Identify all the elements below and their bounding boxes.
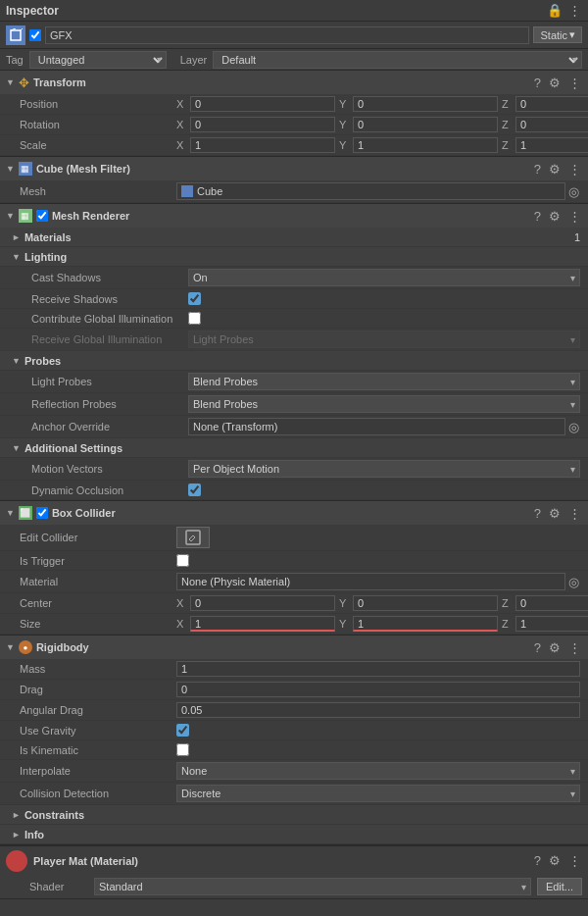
object-enabled-checkbox[interactable]: [29, 29, 41, 41]
box-collider-settings-icon[interactable]: ⚙: [548, 506, 562, 521]
position-z[interactable]: [515, 96, 588, 112]
drag-input[interactable]: [176, 682, 580, 697]
shader-edit-button[interactable]: Edit...: [537, 878, 582, 895]
mesh-renderer-help-icon[interactable]: ?: [533, 209, 542, 224]
position-x[interactable]: [190, 96, 335, 112]
collider-size-x[interactable]: [190, 616, 335, 632]
mesh-renderer-header[interactable]: ▼ ▦ Mesh Renderer ? ⚙ ⋮: [0, 204, 588, 228]
menu-icon[interactable]: ⋮: [567, 3, 582, 18]
rigidbody-title: Rigidbody: [36, 641, 529, 653]
collider-center-z[interactable]: [515, 595, 588, 611]
box-collider-more-icon[interactable]: ⋮: [567, 506, 582, 521]
reflection-probes-select[interactable]: Blend ProbesOffSimple: [188, 395, 580, 413]
mesh-renderer-title: Mesh Renderer: [52, 210, 529, 222]
shader-label: Shader: [29, 881, 88, 892]
box-collider-header[interactable]: ▼ ⬜ Box Collider ? ⚙ ⋮: [0, 501, 588, 525]
shader-select[interactable]: Standard: [94, 878, 531, 895]
collider-material-field: None (Physic Material): [176, 573, 565, 590]
transform-help-icon[interactable]: ?: [533, 76, 542, 90]
is-kinematic-label: Is Kinematic: [20, 744, 176, 756]
object-icon: [6, 25, 25, 45]
mesh-renderer-more-icon[interactable]: ⋮: [567, 209, 582, 224]
mesh-renderer-enabled[interactable]: [36, 210, 48, 222]
mesh-filter-help-icon[interactable]: ?: [533, 162, 542, 177]
mesh-filter-settings-icon[interactable]: ⚙: [548, 162, 562, 177]
shader-row: Shader Standard Edit...: [0, 875, 588, 899]
material-help-icon[interactable]: ?: [533, 853, 542, 868]
transform-actions: ? ⚙ ⋮: [533, 76, 582, 90]
light-probes-label: Light Probes: [31, 376, 188, 387]
additional-arrow: ▼: [12, 443, 21, 453]
receive-gi-select[interactable]: Light Probes: [188, 331, 580, 348]
mesh-filter-more-icon[interactable]: ⋮: [567, 162, 582, 177]
rotation-x[interactable]: [190, 117, 335, 132]
rigidbody-header[interactable]: ▼ ● Rigidbody ? ⚙ ⋮: [0, 636, 588, 659]
constraints-header[interactable]: ► Constraints: [0, 805, 588, 825]
light-probes-select[interactable]: Blend ProbesOffUse Proxy Volume: [188, 373, 580, 390]
tag-dropdown-wrapper: Untagged: [29, 51, 167, 69]
material-more-icon[interactable]: ⋮: [567, 853, 582, 868]
scale-row: Scale X Y Z: [0, 135, 588, 156]
mesh-renderer-settings-icon[interactable]: ⚙: [548, 209, 562, 224]
rigidbody-settings-icon[interactable]: ⚙: [548, 640, 562, 655]
drag-value: [176, 682, 580, 697]
collision-detection-select[interactable]: DiscreteContinuousContinuous DynamicCont…: [176, 785, 580, 802]
mesh-filter-icon: ▦: [19, 162, 32, 176]
probes-section-header[interactable]: ▼ Probes: [0, 351, 588, 371]
angular-drag-input[interactable]: [176, 702, 580, 718]
additional-settings-header[interactable]: ▼ Additional Settings: [0, 438, 588, 458]
collider-material-target-icon[interactable]: ◎: [567, 575, 580, 589]
rotation-row: Rotation X Y Z: [0, 115, 588, 135]
position-row: Position X Y Z: [0, 94, 588, 115]
angular-drag-row: Angular Drag: [0, 700, 588, 721]
rigidbody-chevron: ▼: [6, 642, 15, 652]
cast-shadows-select[interactable]: OnOffTwo SidedShadows Only: [188, 269, 580, 286]
position-y[interactable]: [353, 96, 498, 112]
collider-center-y[interactable]: [353, 595, 498, 611]
lighting-section-header[interactable]: ▼ Lighting: [0, 247, 588, 267]
object-name-input[interactable]: [45, 26, 529, 44]
mesh-target-icon[interactable]: ◎: [567, 184, 580, 199]
mesh-filter-header[interactable]: ▼ ▦ Cube (Mesh Filter) ? ⚙ ⋮: [0, 157, 588, 180]
anchor-override-target-icon[interactable]: ◎: [567, 420, 580, 434]
mass-input[interactable]: [176, 661, 580, 677]
lock-icon[interactable]: 🔒: [546, 3, 564, 18]
interpolate-select[interactable]: NoneInterpolateExtrapolate: [176, 762, 580, 780]
dynamic-occlusion-checkbox[interactable]: [188, 483, 201, 496]
scale-y[interactable]: [353, 137, 498, 153]
is-trigger-checkbox[interactable]: [176, 554, 189, 567]
edit-collider-pencil-icon: [185, 530, 201, 545]
probes-arrow: ▼: [12, 356, 21, 366]
materials-section-header[interactable]: ► Materials 1: [0, 228, 588, 247]
receive-shadows-checkbox[interactable]: [188, 292, 201, 305]
mass-label: Mass: [20, 663, 176, 675]
rigidbody-more-icon[interactable]: ⋮: [567, 640, 582, 655]
info-header[interactable]: ► Info: [0, 825, 588, 844]
contribute-gi-checkbox[interactable]: [188, 312, 201, 325]
rotation-z[interactable]: [515, 117, 588, 132]
box-collider-help-icon[interactable]: ?: [533, 506, 542, 521]
layer-select[interactable]: Default: [213, 51, 582, 69]
scale-z[interactable]: [515, 137, 588, 153]
contribute-gi-label: Contribute Global Illumination: [31, 313, 188, 325]
collider-center-x[interactable]: [190, 595, 335, 611]
transform-more-icon[interactable]: ⋮: [567, 76, 582, 90]
material-settings-icon[interactable]: ⚙: [548, 853, 562, 868]
tag-select[interactable]: Untagged: [29, 51, 167, 69]
box-collider-enabled[interactable]: [36, 507, 48, 519]
collider-size-y[interactable]: [353, 616, 498, 632]
transform-settings-icon[interactable]: ⚙: [548, 76, 562, 90]
static-button[interactable]: Static ▾: [533, 26, 582, 43]
collider-size-z[interactable]: [515, 616, 588, 632]
is-kinematic-checkbox[interactable]: [176, 743, 189, 756]
transform-header[interactable]: ▼ ✥ Transform ? ⚙ ⋮: [0, 71, 588, 94]
collider-material-label: Material: [20, 576, 176, 587]
rotation-y[interactable]: [353, 117, 498, 132]
edit-collider-button[interactable]: [176, 527, 210, 548]
is-trigger-row: Is Trigger: [0, 551, 588, 571]
use-gravity-checkbox[interactable]: [176, 724, 189, 737]
scale-x[interactable]: [190, 137, 335, 153]
scale-label: Scale: [20, 139, 176, 151]
rigidbody-help-icon[interactable]: ?: [533, 640, 542, 655]
motion-vectors-select[interactable]: Per Object MotionCamera Motion OnlyForce…: [188, 460, 580, 478]
